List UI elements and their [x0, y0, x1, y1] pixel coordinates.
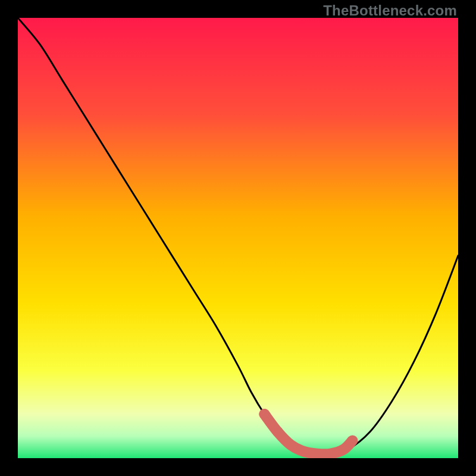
- gradient-background: [18, 18, 458, 458]
- watermark-label: TheBottleneck.com: [323, 2, 457, 19]
- highlight-dot-0: [259, 409, 270, 419]
- highlight-dot-1: [273, 427, 283, 437]
- bottleneck-chart: [18, 18, 458, 458]
- chart-frame: [18, 18, 458, 458]
